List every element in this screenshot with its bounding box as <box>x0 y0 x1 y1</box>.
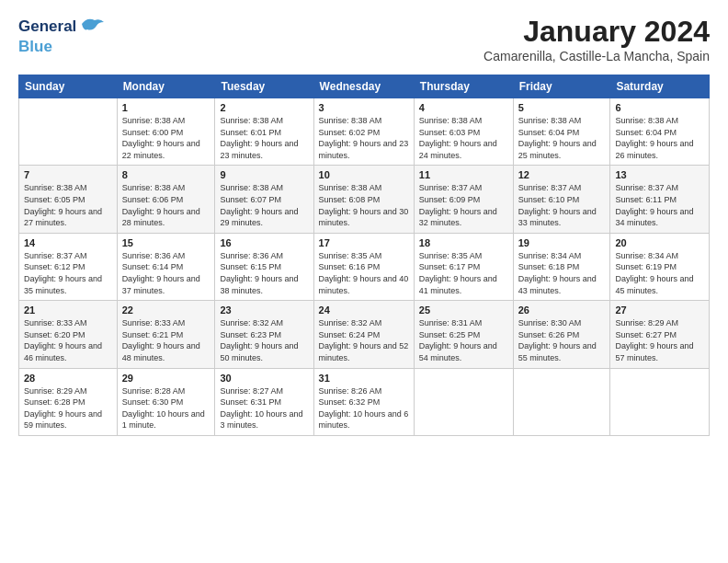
day-number: 16 <box>220 237 308 248</box>
day-info: Sunrise: 8:38 AMSunset: 6:05 PMDaylight:… <box>24 183 102 227</box>
day-info: Sunrise: 8:37 AMSunset: 6:10 PMDaylight:… <box>518 183 597 227</box>
logo-general-text: General <box>18 17 76 36</box>
calendar-cell: 29Sunrise: 8:28 AMSunset: 6:30 PMDayligh… <box>117 368 215 435</box>
calendar-cell: 23Sunrise: 8:32 AMSunset: 6:23 PMDayligh… <box>215 301 313 368</box>
day-number: 25 <box>419 304 508 316</box>
day-number: 17 <box>319 237 409 248</box>
weekday-header-wednesday: Wednesday <box>313 75 414 98</box>
day-number: 27 <box>615 304 704 316</box>
weekday-header-sunday: Sunday <box>19 75 118 98</box>
day-number: 20 <box>615 237 704 248</box>
calendar-cell: 5Sunrise: 8:38 AMSunset: 6:04 PMDaylight… <box>513 98 610 166</box>
calendar-cell: 22Sunrise: 8:33 AMSunset: 6:21 PMDayligh… <box>117 301 215 368</box>
day-info: Sunrise: 8:31 AMSunset: 6:25 PMDaylight:… <box>419 318 497 362</box>
day-info: Sunrise: 8:38 AMSunset: 6:00 PMDaylight:… <box>122 116 200 160</box>
day-info: Sunrise: 8:28 AMSunset: 6:30 PMDaylight:… <box>122 386 205 431</box>
calendar-cell: 8Sunrise: 8:38 AMSunset: 6:06 PMDaylight… <box>117 166 215 233</box>
calendar-week-3: 21Sunrise: 8:33 AMSunset: 6:20 PMDayligh… <box>19 301 710 368</box>
day-info: Sunrise: 8:29 AMSunset: 6:27 PMDaylight:… <box>615 318 693 362</box>
calendar-cell: 3Sunrise: 8:38 AMSunset: 6:02 PMDaylight… <box>313 98 414 166</box>
day-number: 7 <box>24 169 112 180</box>
day-info: Sunrise: 8:38 AMSunset: 6:08 PMDaylight:… <box>319 183 409 227</box>
calendar-cell: 21Sunrise: 8:33 AMSunset: 6:20 PMDayligh… <box>19 301 118 368</box>
calendar-cell: 24Sunrise: 8:32 AMSunset: 6:24 PMDayligh… <box>313 301 414 368</box>
calendar-week-1: 7Sunrise: 8:38 AMSunset: 6:05 PMDaylight… <box>19 166 710 233</box>
day-info: Sunrise: 8:26 AMSunset: 6:32 PMDaylight:… <box>319 386 409 431</box>
day-info: Sunrise: 8:32 AMSunset: 6:24 PMDaylight:… <box>319 318 409 362</box>
day-info: Sunrise: 8:29 AMSunset: 6:28 PMDaylight:… <box>24 386 102 431</box>
title-section: January 2024 Camarenilla, Castille-La Ma… <box>483 15 710 63</box>
calendar-cell: 31Sunrise: 8:26 AMSunset: 6:32 PMDayligh… <box>313 368 414 435</box>
logo: General Blue <box>18 15 106 56</box>
calendar-cell: 18Sunrise: 8:35 AMSunset: 6:17 PMDayligh… <box>414 233 513 300</box>
weekday-header-thursday: Thursday <box>414 75 513 98</box>
weekday-header-tuesday: Tuesday <box>215 75 313 98</box>
weekday-header-saturday: Saturday <box>610 75 710 98</box>
calendar-week-4: 28Sunrise: 8:29 AMSunset: 6:28 PMDayligh… <box>19 368 710 435</box>
day-info: Sunrise: 8:38 AMSunset: 6:03 PMDaylight:… <box>419 116 497 160</box>
day-number: 15 <box>122 237 210 248</box>
calendar-cell: 11Sunrise: 8:37 AMSunset: 6:09 PMDayligh… <box>414 166 513 233</box>
calendar-cell <box>19 98 118 166</box>
bird-svg <box>80 15 106 33</box>
day-info: Sunrise: 8:32 AMSunset: 6:23 PMDaylight:… <box>220 318 298 362</box>
day-info: Sunrise: 8:36 AMSunset: 6:15 PMDaylight:… <box>220 251 298 295</box>
calendar-cell: 2Sunrise: 8:38 AMSunset: 6:01 PMDaylight… <box>215 98 313 166</box>
calendar-cell: 4Sunrise: 8:38 AMSunset: 6:03 PMDaylight… <box>414 98 513 166</box>
day-info: Sunrise: 8:38 AMSunset: 6:06 PMDaylight:… <box>122 183 200 227</box>
calendar-cell: 12Sunrise: 8:37 AMSunset: 6:10 PMDayligh… <box>513 166 610 233</box>
day-number: 5 <box>518 102 606 113</box>
day-info: Sunrise: 8:27 AMSunset: 6:31 PMDaylight:… <box>220 386 302 431</box>
day-number: 23 <box>220 304 308 316</box>
day-number: 8 <box>122 169 210 180</box>
calendar-cell: 16Sunrise: 8:36 AMSunset: 6:15 PMDayligh… <box>215 233 313 300</box>
logo-blue-text: Blue <box>18 38 52 55</box>
day-info: Sunrise: 8:30 AMSunset: 6:26 PMDaylight:… <box>518 318 597 362</box>
day-number: 18 <box>419 237 508 248</box>
day-number: 30 <box>220 373 308 384</box>
day-info: Sunrise: 8:36 AMSunset: 6:14 PMDaylight:… <box>122 251 200 295</box>
day-info: Sunrise: 8:33 AMSunset: 6:21 PMDaylight:… <box>122 318 200 362</box>
day-info: Sunrise: 8:37 AMSunset: 6:12 PMDaylight:… <box>24 251 102 295</box>
day-info: Sunrise: 8:38 AMSunset: 6:04 PMDaylight:… <box>518 116 597 160</box>
subtitle: Camarenilla, Castille-La Mancha, Spain <box>483 49 710 63</box>
day-info: Sunrise: 8:35 AMSunset: 6:16 PMDaylight:… <box>319 251 409 295</box>
calendar-cell <box>513 368 610 435</box>
calendar-week-2: 14Sunrise: 8:37 AMSunset: 6:12 PMDayligh… <box>19 233 710 300</box>
calendar-cell <box>414 368 513 435</box>
calendar-cell <box>610 368 710 435</box>
bird-icon <box>80 15 106 38</box>
calendar-cell: 13Sunrise: 8:37 AMSunset: 6:11 PMDayligh… <box>610 166 710 233</box>
calendar-cell: 27Sunrise: 8:29 AMSunset: 6:27 PMDayligh… <box>610 301 710 368</box>
day-number: 28 <box>24 373 112 384</box>
day-number: 14 <box>24 237 112 248</box>
day-info: Sunrise: 8:38 AMSunset: 6:01 PMDaylight:… <box>220 116 298 160</box>
day-info: Sunrise: 8:34 AMSunset: 6:18 PMDaylight:… <box>518 251 597 295</box>
day-info: Sunrise: 8:37 AMSunset: 6:11 PMDaylight:… <box>615 183 693 227</box>
day-number: 24 <box>319 304 409 316</box>
day-number: 12 <box>518 169 606 180</box>
day-number: 6 <box>615 102 704 113</box>
page: General Blue January 2024 Camarenilla, C… <box>0 0 728 563</box>
main-title: January 2024 <box>483 15 710 49</box>
day-info: Sunrise: 8:33 AMSunset: 6:20 PMDaylight:… <box>24 318 102 362</box>
weekday-header-monday: Monday <box>117 75 215 98</box>
calendar-cell: 25Sunrise: 8:31 AMSunset: 6:25 PMDayligh… <box>414 301 513 368</box>
day-info: Sunrise: 8:38 AMSunset: 6:07 PMDaylight:… <box>220 183 298 227</box>
day-number: 9 <box>220 169 308 180</box>
day-info: Sunrise: 8:34 AMSunset: 6:19 PMDaylight:… <box>615 251 693 295</box>
calendar-cell: 30Sunrise: 8:27 AMSunset: 6:31 PMDayligh… <box>215 368 313 435</box>
day-info: Sunrise: 8:37 AMSunset: 6:09 PMDaylight:… <box>419 183 497 227</box>
calendar-cell: 15Sunrise: 8:36 AMSunset: 6:14 PMDayligh… <box>117 233 215 300</box>
calendar-cell: 9Sunrise: 8:38 AMSunset: 6:07 PMDaylight… <box>215 166 313 233</box>
day-info: Sunrise: 8:38 AMSunset: 6:02 PMDaylight:… <box>319 116 409 160</box>
weekday-header-friday: Friday <box>513 75 610 98</box>
day-info: Sunrise: 8:38 AMSunset: 6:04 PMDaylight:… <box>615 116 693 160</box>
calendar-cell: 19Sunrise: 8:34 AMSunset: 6:18 PMDayligh… <box>513 233 610 300</box>
day-number: 19 <box>518 237 606 248</box>
calendar-cell: 1Sunrise: 8:38 AMSunset: 6:00 PMDaylight… <box>117 98 215 166</box>
calendar-cell: 20Sunrise: 8:34 AMSunset: 6:19 PMDayligh… <box>610 233 710 300</box>
day-number: 29 <box>122 373 210 384</box>
day-number: 11 <box>419 169 508 180</box>
calendar-cell: 28Sunrise: 8:29 AMSunset: 6:28 PMDayligh… <box>19 368 118 435</box>
